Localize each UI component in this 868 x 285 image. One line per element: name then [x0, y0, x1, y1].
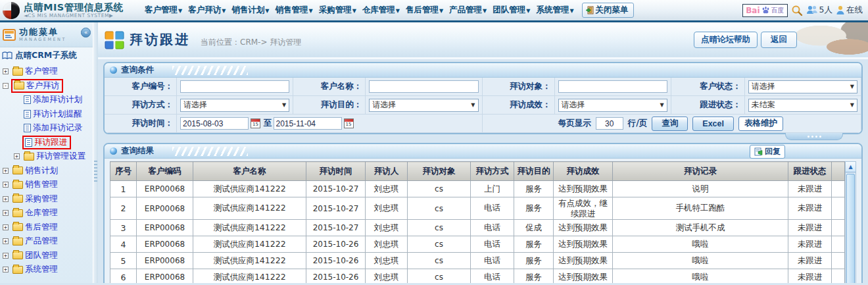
sidebar-item-label: 产品管理	[25, 236, 58, 247]
date-from-input[interactable]	[180, 117, 249, 130]
table-cell: 刘忠琪	[366, 236, 408, 253]
visit-target-input[interactable]	[558, 80, 667, 93]
tree-label-box: 销售计划	[11, 165, 59, 176]
menu-item[interactable]: 系统管理▼	[536, 5, 573, 16]
online-users[interactable]: 5人	[806, 5, 832, 16]
calendar-icon[interactable]	[251, 118, 260, 128]
table-cell: 电话	[471, 197, 514, 220]
sidebar-item[interactable]: 添加拜访记录	[0, 121, 93, 136]
expand-node-icon[interactable]: +	[3, 267, 9, 272]
expand-node-icon[interactable]: +	[3, 182, 9, 188]
excel-button[interactable]: Excel	[692, 117, 734, 131]
menu-item[interactable]: 采购管理▼	[319, 5, 356, 16]
sidebar-item[interactable]: 拜访计划提醒	[0, 107, 93, 122]
expand-node-icon[interactable]: +	[14, 153, 20, 159]
table-cell: cs	[408, 220, 471, 236]
chevron-down-icon: ▼	[569, 8, 573, 14]
menu-item[interactable]: 销售计划▼	[231, 5, 269, 16]
visit-effect-select[interactable]: 请选择	[558, 99, 667, 112]
menu-item[interactable]: 产品管理▼	[449, 5, 487, 16]
expand-node-icon[interactable]: +	[3, 168, 9, 174]
collapse-node-icon[interactable]: -	[3, 83, 9, 89]
visit-purpose-select[interactable]: 请选择	[369, 99, 478, 112]
menu-item[interactable]: 团队管理▼	[493, 5, 530, 16]
book-icon	[2, 51, 12, 60]
customer-status-select[interactable]: 请选择	[748, 80, 857, 93]
expand-node-icon[interactable]: +	[3, 68, 9, 74]
sidebar-item[interactable]: +仓库管理	[0, 206, 93, 220]
expand-node-icon[interactable]: +	[3, 238, 9, 244]
sidebar-system-row[interactable]: 点晴CRM子系统	[0, 47, 93, 63]
chevron-down-icon: ▼	[308, 8, 312, 14]
sidebar-item-label: 客户管理	[25, 66, 58, 77]
customer-name-link[interactable]: 测试供应商141222	[193, 220, 306, 236]
table-cell: 电话	[471, 269, 514, 283]
sidebar-item[interactable]: +团队管理	[0, 249, 93, 263]
online-status[interactable]: 在线	[836, 5, 863, 16]
sidebar-item-label: 客户拜访	[26, 80, 59, 91]
query-button[interactable]: 查询	[652, 117, 688, 131]
sidebar-item[interactable]: +拜访管理设置	[0, 149, 93, 164]
expand-node-icon[interactable]: +	[3, 196, 9, 202]
customer-name-link[interactable]: 测试供应商141222	[193, 181, 306, 197]
baidu-search-widget[interactable]: Bai 百度	[742, 4, 787, 17]
splitter[interactable]	[93, 22, 98, 283]
date-separator: 至	[264, 118, 272, 129]
sidebar-item[interactable]: +售后管理	[0, 220, 93, 235]
menu-item[interactable]: 销售管理▼	[275, 5, 312, 16]
sidebar-item[interactable]: +客户管理	[0, 65, 93, 79]
scroll-thumb[interactable]	[846, 174, 855, 283]
search-panel-header: 查询条件	[105, 63, 861, 78]
sidebar-item[interactable]: 添加拜访计划	[0, 93, 93, 107]
table-cell: cs	[408, 197, 471, 220]
reply-button[interactable]: 回复	[750, 145, 785, 159]
tree-label-box: 系统管理	[11, 264, 59, 275]
scroll-up-icon[interactable]: ▲	[846, 162, 856, 172]
menu-item[interactable]: 客户管理▼	[145, 5, 182, 16]
calendar-icon[interactable]	[344, 118, 354, 128]
follow-status-select[interactable]: 未结案	[748, 99, 857, 112]
search-icon[interactable]	[791, 5, 803, 16]
customer-name-link[interactable]: 测试供应商141222	[193, 253, 306, 269]
customer-name-link[interactable]: 测试供应商141222	[193, 269, 306, 283]
sidebar-item[interactable]: +系统管理	[0, 263, 93, 277]
topbar: 点晴MIS管理信息系统 ◄CS MIS MANAGMENT SYSTEM▶ 客户…	[0, 0, 868, 22]
column-header: 拜访人	[366, 162, 408, 181]
online-label: 在线	[846, 5, 863, 16]
sidebar-subtitle: MANAGEMENT	[19, 38, 66, 42]
vertical-scrollbar[interactable]: ▲	[845, 161, 856, 283]
back-button[interactable]: 返回	[761, 32, 797, 48]
visit-time-label: 拜访时间：	[105, 115, 177, 133]
sidebar-item[interactable]: -客户拜访	[0, 79, 93, 93]
sidebar-title: 功能菜单	[19, 28, 66, 36]
table-row: 2ERP00068测试供应商1412222015-10-27刘忠琪cs电话服务有…	[110, 197, 845, 220]
sidebar-collapse-button[interactable]: «	[81, 28, 91, 38]
menu-item[interactable]: 仓库管理▼	[362, 5, 400, 16]
visit-method-select[interactable]: 请选择	[180, 99, 289, 112]
expand-node-icon[interactable]: +	[3, 224, 9, 230]
date-to-input[interactable]	[274, 117, 342, 130]
visit-effect-value: 请选择	[562, 99, 585, 111]
menu-item[interactable]: 客户拜访▼	[188, 5, 226, 16]
sidebar-item[interactable]: +销售计划	[0, 164, 93, 178]
forum-help-button[interactable]: 点晴论坛帮助	[694, 32, 758, 48]
baidu-paw-icon	[761, 6, 770, 14]
customer-code-input[interactable]	[180, 80, 289, 93]
expand-node-icon[interactable]: +	[3, 253, 9, 259]
sidebar-item[interactable]: +销售管理	[0, 178, 93, 192]
close-menu-button[interactable]: 关闭菜单	[582, 3, 634, 18]
expand-node-icon[interactable]: +	[3, 210, 9, 216]
customer-name-link[interactable]: 测试供应商141222	[193, 197, 306, 220]
table-cell: 哦啦	[613, 253, 788, 269]
table-cell-filler	[832, 253, 845, 269]
customer-name-input[interactable]	[369, 80, 478, 93]
menu-item[interactable]: 售后管理▼	[406, 5, 443, 16]
sidebar-item[interactable]: +产品管理	[0, 234, 93, 249]
sidebar-item[interactable]: 拜访跟进	[0, 136, 93, 150]
table-maintain-button[interactable]: 表格维护	[738, 117, 783, 131]
panel-corner-decoration	[785, 133, 843, 140]
per-page-input[interactable]	[596, 117, 623, 130]
sidebar-item[interactable]: +采购管理	[0, 192, 93, 207]
table-cell: ERP00068	[137, 269, 193, 283]
customer-name-link[interactable]: 测试供应商141222	[193, 236, 306, 253]
